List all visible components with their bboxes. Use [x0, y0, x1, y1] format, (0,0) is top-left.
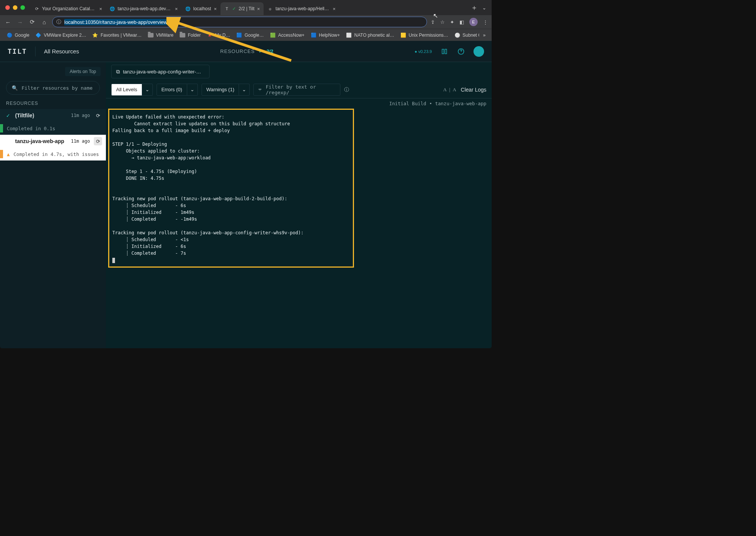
bookmark-item[interactable]: ⭐Favorites | VMwar… [90, 31, 144, 39]
site-info-icon[interactable]: ⓘ [56, 19, 61, 25]
browser-tab[interactable]: 🌐tanzu-java-web-app.dev1.app× [106, 2, 182, 15]
bookmark-item[interactable]: 🟦HelpNow+ [308, 31, 343, 39]
maximize-window-button[interactable] [20, 5, 25, 10]
favicon: 🌐 [110, 6, 115, 11]
bookmark-star-icon[interactable]: ☆ [440, 19, 445, 25]
browser-tab[interactable]: ⌾tanzu-java-web-app/HelloCon× [264, 2, 339, 15]
browser-tab[interactable]: T✓2/2 | Tilt× [220, 2, 264, 15]
resource-filter-input[interactable]: 🔍 Filter resources by name [6, 81, 100, 95]
reload-resource-button[interactable]: ⟳ [94, 137, 102, 145]
bookmark-item[interactable]: ⚪Subnet Cheat She… [452, 31, 479, 39]
close-tab-icon[interactable]: × [175, 6, 178, 12]
resource-item[interactable]: ✓ (Tiltfile) 11m ago ⟳ Completed in 0.1s [0, 109, 106, 135]
bookmark-item[interactable]: 🟨Unix Permissions… [397, 31, 451, 39]
filter-icon: ⫧ [258, 87, 262, 92]
bookmark-icon: 🔺 [207, 32, 213, 38]
share-icon[interactable]: ⇪ [431, 19, 435, 25]
tab-title: tanzu-java-web-app/HelloCon [275, 6, 330, 11]
bookmark-item[interactable]: Folder [177, 31, 203, 39]
resource-name: tanzu-java-web-app [15, 138, 67, 144]
home-button[interactable]: ⌂ [40, 19, 48, 25]
reload-button[interactable]: ⟳ [28, 19, 36, 25]
new-tab-button[interactable]: ＋ [466, 3, 482, 12]
bookmark-label: VMWare Explore 2… [44, 33, 86, 38]
profile-avatar[interactable]: E [469, 18, 478, 26]
bookmark-item[interactable]: 🟩AccessNow+ [267, 31, 307, 39]
errors-caret[interactable]: ⌄ [187, 84, 198, 96]
back-button[interactable]: ← [4, 19, 12, 25]
bookmark-item[interactable]: ⬜NATO phonetic al… [343, 31, 397, 39]
address-bar[interactable]: ⓘ localhost:10350/r/tanzu-java-web-app/o… [52, 17, 427, 27]
close-window-button[interactable] [5, 5, 10, 10]
tilt-header: TILT All Resources RESOURCES ✓ 2/2 ● v0.… [0, 41, 492, 62]
warnings-filter-button[interactable]: Warnings (1) [202, 84, 239, 96]
sidebar: Alerts on Top 🔍 Filter resources by name… [0, 62, 106, 348]
browser-tab[interactable]: ⟳Your Organization Catalog | Ta× [30, 2, 106, 15]
errors-filter-button[interactable]: Errors (0) [157, 84, 187, 96]
favicon: ⌾ [267, 6, 273, 11]
tab-title: 2/2 | Tilt [239, 6, 255, 11]
bookmark-item[interactable]: 🔷VMWare Explore 2… [33, 31, 89, 39]
bookmark-item[interactable]: 🔵Google [4, 31, 32, 39]
tilt-logo[interactable]: TILT [8, 47, 27, 55]
close-tab-icon[interactable]: × [99, 6, 102, 12]
status-indicator [0, 124, 3, 132]
bookmark-item[interactable]: 🟦Google… [234, 31, 267, 39]
bookmark-icon: 🟩 [270, 32, 276, 38]
bookmark-label: Favorites | VMwar… [101, 33, 141, 38]
extensions-icon[interactable]: ✦ [450, 19, 454, 25]
sidebar-section-header: RESOURCES [0, 101, 106, 106]
log-level-button[interactable]: All Levels [111, 84, 142, 96]
forward-button[interactable]: → [16, 19, 24, 25]
browser-tab[interactable]: 🌐localhost× [182, 2, 220, 15]
search-icon: 🔍 [12, 85, 18, 91]
url-text: localhost:10350/r/tanzu-java-web-app/ove… [64, 19, 167, 25]
bookmark-label: Google [15, 33, 29, 38]
minimize-window-button[interactable] [13, 5, 17, 10]
resource-item[interactable]: tanzu-java-web-app 11m ago ⟳ ▲ Completed… [0, 135, 106, 160]
resources-label: RESOURCES [220, 48, 255, 54]
bookmark-label: Google… [245, 33, 264, 38]
user-avatar[interactable] [473, 46, 484, 57]
bookmark-item[interactable]: 🔺My D… [204, 31, 233, 39]
bookmark-icon: ⭐ [92, 32, 98, 38]
resource-status-text: Completed in 4.7s, with issues [14, 151, 99, 157]
snapshot-icon[interactable] [440, 47, 449, 56]
page-title: All Resources [44, 48, 79, 55]
close-tab-icon[interactable]: × [257, 6, 260, 12]
reload-resource-button[interactable]: ⟳ [94, 111, 102, 120]
tab-title: tanzu-java-web-app.dev1.app [118, 6, 172, 11]
alerts-on-top-toggle[interactable]: Alerts on Top [65, 67, 101, 76]
log-filter-input[interactable]: ⫧ Filter by text or /regexp/ [253, 84, 340, 96]
browser-menu-icon[interactable]: ⋮ [483, 19, 488, 25]
help-icon[interactable] [457, 47, 465, 56]
clear-logs-button[interactable]: Clear Logs [461, 87, 486, 93]
panel-icon[interactable]: ◧ [459, 19, 464, 25]
resource-status-text: Completed in 0.1s [7, 126, 55, 131]
pod-chip[interactable]: ⧉ tanzu-java-web-app-config-writer-w… [111, 65, 210, 78]
check-icon: ✓ [6, 113, 11, 118]
log-toolbar: All Levels ⌄ Errors (0) ⌄ Warnings (1) ⌄… [106, 81, 492, 98]
bookmark-label: HelpNow+ [319, 33, 340, 38]
resources-count: 2/2 [267, 48, 273, 54]
log-filter-placeholder: Filter by text or /regexp/ [265, 84, 336, 95]
build-status-line: Initial Build•tanzu-java-web-app [106, 98, 492, 109]
bookmark-item[interactable]: VMWare [145, 31, 176, 39]
log-output[interactable]: Live Update failed with unexpected error… [108, 109, 354, 268]
version-label[interactable]: ● v0.23.9 [414, 49, 432, 54]
resource-name: (Tiltfile) [15, 112, 67, 118]
close-tab-icon[interactable]: × [333, 6, 336, 12]
mouse-cursor: ↖ [433, 12, 438, 19]
bookmarks-overflow-button[interactable]: » [481, 33, 488, 38]
bookmark-icon: ⬜ [346, 32, 352, 38]
divider [35, 47, 36, 56]
browser-navbar: ← → ⟳ ⌂ ⓘ localhost:10350/r/tanzu-java-w… [0, 15, 492, 29]
close-tab-icon[interactable]: × [214, 6, 217, 12]
tab-overflow-button[interactable]: ⌄ [482, 5, 486, 11]
bookmark-icon: 🔵 [6, 32, 12, 38]
font-size-toggle[interactable]: A | A [443, 87, 457, 93]
info-icon[interactable]: ⓘ [344, 86, 349, 93]
log-level-caret[interactable]: ⌄ [142, 84, 153, 96]
tab-title: Your Organization Catalog | Ta [42, 6, 96, 11]
warnings-caret[interactable]: ⌄ [239, 84, 250, 96]
